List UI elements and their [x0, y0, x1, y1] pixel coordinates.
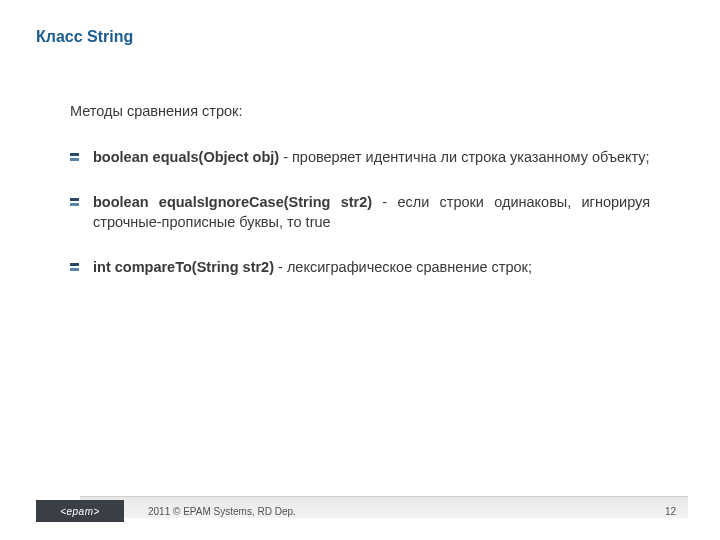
method-signature: boolean equals(Object obj): [93, 149, 279, 165]
epam-logo: <epam>: [36, 500, 124, 522]
slide: Класс String Методы сравнения строк: boo…: [0, 0, 720, 540]
method-desc: - лексиграфическое сравнение строк;: [274, 259, 532, 275]
list-item: boolean equals(Object obj) - проверяет и…: [70, 148, 650, 168]
list-item: boolean equalsIgnoreCase(String str2) - …: [70, 193, 650, 232]
footer: <epam> 2011 © EPAM Systems, RD Dep. 12: [0, 496, 720, 522]
method-signature: int compareTo(String str2): [93, 259, 274, 275]
method-signature: boolean equalsIgnoreCase(String str2): [93, 194, 372, 210]
slide-title: Класс String: [36, 28, 133, 46]
method-desc: - проверяет идентична ли строка указанно…: [279, 149, 650, 165]
page-number: 12: [665, 500, 676, 522]
bullet-icon: [70, 198, 79, 207]
content-area: Методы сравнения строк: boolean equals(O…: [70, 102, 650, 304]
list-item: int compareTo(String str2) - лексиграфич…: [70, 258, 650, 278]
list-item-text: int compareTo(String str2) - лексиграфич…: [93, 258, 650, 278]
intro-text: Методы сравнения строк:: [70, 102, 650, 122]
list-item-text: boolean equals(Object obj) - проверяет и…: [93, 148, 650, 168]
bullet-icon: [70, 263, 79, 272]
bullet-icon: [70, 153, 79, 162]
list-item-text: boolean equalsIgnoreCase(String str2) - …: [93, 193, 650, 232]
copyright-text: 2011 © EPAM Systems, RD Dep.: [148, 500, 296, 522]
